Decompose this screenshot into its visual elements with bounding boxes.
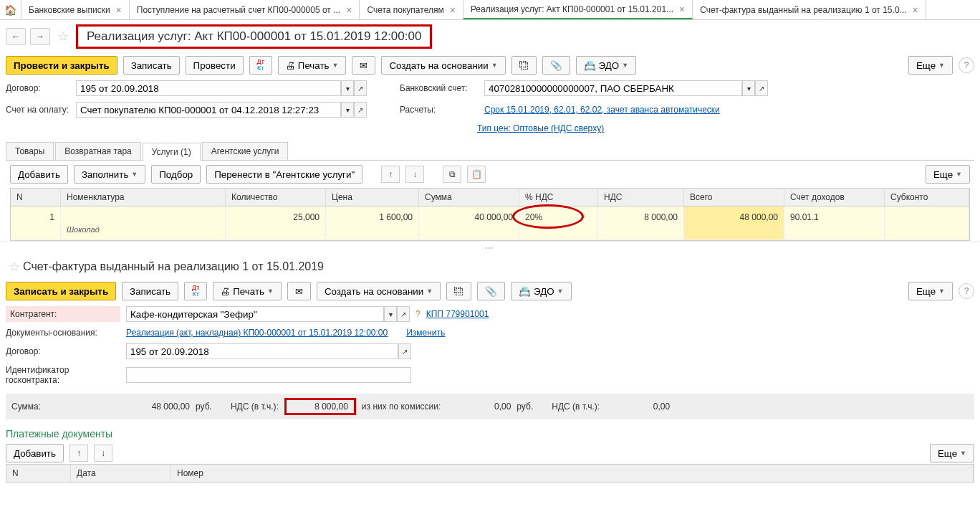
pick-button[interactable]: Подбор [151,165,201,184]
calc-link[interactable]: Срок 15.01.2019, 62.01, 62.02, зачет ава… [484,105,720,115]
price-type-link[interactable]: Тип цен: Оптовые (НДС сверху) [477,123,604,133]
fill-button[interactable]: Заполнить ▼ [74,165,145,184]
basis-label: Документы-основания: [6,328,120,338]
toolbar-doc1: Провести и закрыть Записать Провести ДтК… [0,53,980,77]
post-button[interactable]: Провести [186,56,244,75]
structure-button[interactable]: ⿻ [446,282,471,300]
edo-button[interactable]: 📇 ЭДО ▼ [511,282,571,300]
attach-button[interactable]: 📎 [477,282,505,300]
invoice-input[interactable] [76,102,341,118]
tab-agent-services[interactable]: Агентские услуги [202,142,289,160]
copy-icon[interactable]: ⧉ [443,166,461,183]
col-n: N [6,465,71,482]
kpp-link[interactable]: КПП 779901001 [426,309,489,319]
dtkt-button[interactable]: ДтКт [249,56,272,75]
move-up-icon[interactable]: ↑ [381,166,400,183]
chevron-down-icon[interactable]: ▾ [341,80,354,96]
contract-label: Договор: [6,346,120,356]
tab-bank-statements[interactable]: Банковские выписки × [21,0,130,19]
tab-label: Реализация услуг: Акт КП00-000001 от 15.… [471,4,673,14]
contract-input[interactable] [126,343,398,359]
tab-invoices[interactable]: Счета покупателям × [360,0,463,19]
dtkt-button[interactable]: ДтКт [184,282,207,300]
close-icon[interactable]: × [346,4,352,16]
col-vat-sum: НДС [598,189,684,206]
open-icon[interactable]: ↗ [354,102,367,118]
move-to-agent-button[interactable]: Перенести в "Агентские услуги" [206,165,362,184]
basis-link[interactable]: Реализация (акт, накладная) КП00-000001 … [126,328,388,338]
rub-label: руб. [196,402,212,412]
bank-label: Банковский счет: [400,83,479,93]
chevron-down-icon[interactable]: ▾ [742,80,755,96]
more-button[interactable]: Еще ▼ [926,165,970,184]
move-down-icon[interactable]: ↓ [405,166,424,183]
chevron-down-icon[interactable]: ▾ [384,306,397,322]
cell-price: 1 600,00 [326,206,419,239]
edo-button[interactable]: 📇 ЭДО ▼ [576,56,636,75]
attach-button[interactable]: 📎 [542,56,570,75]
chevron-down-icon[interactable]: ▾ [341,102,354,118]
structure-button[interactable]: ⿻ [511,56,537,75]
post-and-close-button[interactable]: Провести и закрыть [6,56,117,75]
write-button[interactable]: Записать [122,282,178,300]
sum-label: Сумма: [11,402,41,412]
summary-row: Сумма: 48 000,00 руб. НДС (в т.ч.): 8 00… [6,394,974,419]
help-icon[interactable]: ? [959,283,974,299]
tab-receipt[interactable]: Поступление на расчетный счет КП00-00000… [130,0,360,19]
change-link[interactable]: Изменить [406,328,445,338]
tab-goods[interactable]: Товары [6,142,54,160]
move-up-icon[interactable]: ↑ [69,445,88,462]
nav-forward-button[interactable]: → [30,28,50,45]
email-button[interactable]: ✉ [352,56,375,75]
more-button[interactable]: Еще ▼ [930,444,974,462]
splitter[interactable]: ⋯ [0,241,980,255]
create-based-button[interactable]: Создать на основании ▼ [381,56,505,75]
col-vat-rate: % НДС [519,189,598,206]
contract-input[interactable] [76,80,341,96]
grid-row[interactable]: 1 Шоколад 25,000 1 600,00 40 000,00 20% … [11,206,969,240]
cell-total: 48 000,00 [684,206,784,239]
sub-tabs: Товары Возвратная тара Услуги (1) Агентс… [6,142,974,161]
add-button[interactable]: Добавить [6,444,64,462]
kontragent-input[interactable] [126,306,384,322]
write-and-close-button[interactable]: Записать и закрыть [6,282,116,300]
bank-input[interactable] [484,80,742,96]
print-button[interactable]: 🖨 Печать ▼ [278,56,347,75]
close-icon[interactable]: × [116,4,122,16]
move-down-icon[interactable]: ↓ [94,445,112,462]
email-button[interactable]: ✉ [287,282,311,300]
close-icon[interactable]: × [450,4,456,16]
tab-realization[interactable]: Реализация услуг: Акт КП00-000001 от 15.… [463,0,693,19]
help-icon[interactable]: ? [959,57,974,73]
cell-account: 90.01.1 [784,206,885,239]
open-icon[interactable]: ↗ [755,80,768,96]
paste-icon[interactable]: 📋 [467,166,486,183]
create-based-button[interactable]: Создать на основании ▼ [317,282,441,300]
col-price: Цена [326,189,419,206]
vat-value: 20% [525,212,542,222]
tab-services[interactable]: Услуги (1) [143,143,201,161]
tab-return-tara[interactable]: Возвратная тара [55,142,141,160]
calc-label: Расчеты: [400,105,479,115]
more-button[interactable]: Еще ▼ [908,56,953,75]
col-total: Всего [684,189,784,206]
nav-back-button[interactable]: ← [6,28,26,45]
open-icon[interactable]: ↗ [354,80,367,96]
close-icon[interactable]: × [913,4,918,16]
write-button[interactable]: Записать [123,56,180,75]
col-sum: Сумма [419,189,519,206]
home-icon[interactable]: 🏠 [0,0,21,19]
open-icon[interactable]: ↗ [398,343,411,359]
print-button[interactable]: 🖨 Печать ▼ [213,282,282,300]
more-button[interactable]: Еще ▼ [908,282,953,300]
open-icon[interactable]: ↗ [397,306,410,322]
favorite-star-icon[interactable]: ☆ [9,259,20,275]
btn-label: Создать на основании [325,286,423,297]
favorite-star-icon[interactable]: ☆ [57,29,69,44]
goscontract-input[interactable] [126,367,411,383]
btn-label: Еще [938,448,957,459]
add-button[interactable]: Добавить [10,165,68,184]
close-icon[interactable]: × [679,4,685,15]
invoice-label: Счет на оплату: [6,105,70,115]
tab-invoice-out[interactable]: Счет-фактура выданный на реализацию 1 от… [693,0,926,19]
